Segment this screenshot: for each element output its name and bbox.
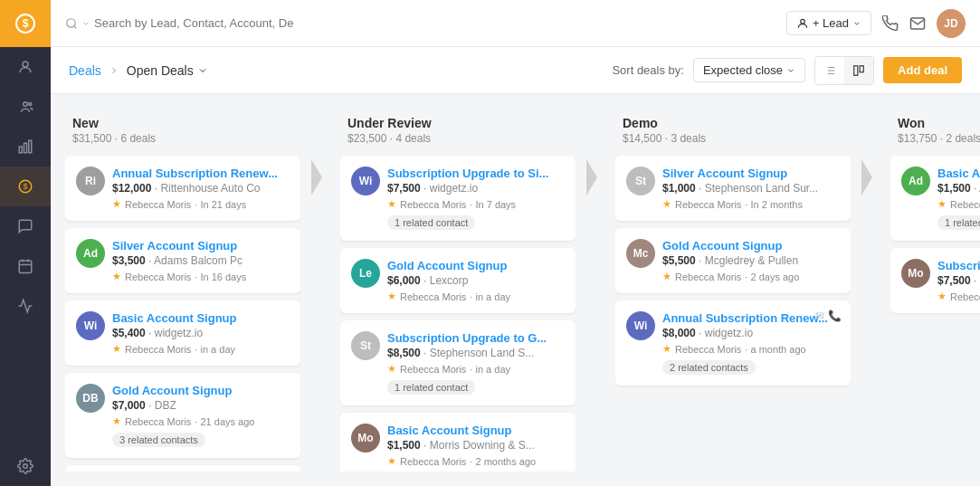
deal-avatar: Ad: [901, 167, 930, 195]
deal-card[interactable]: Mo Basic Account Signup $1,500 · Morris …: [340, 413, 576, 472]
deal-company: · Stephenson Land S...: [423, 347, 534, 359]
owner-name: Rebecca Moris: [675, 272, 741, 282]
deal-company: · Adams Balcom Pc: [148, 254, 243, 267]
search-input[interactable]: [94, 16, 293, 30]
deal-title[interactable]: Subscription Upgrade to Si...: [387, 167, 565, 180]
breadcrumb-current-text: Open Deals: [127, 63, 194, 78]
user-avatar[interactable]: JD: [937, 9, 966, 38]
sidebar-item-leads[interactable]: [0, 87, 51, 127]
deal-card[interactable]: Ri Annual Subscription Renew... $12,000 …: [65, 156, 300, 221]
view-toggle: [814, 56, 874, 85]
deal-card[interactable]: Wi Annual Subscription Renew... $8,000 ·…: [615, 300, 851, 386]
deal-card[interactable]: St Subscription Upgrade to G... $8,500 ·…: [340, 320, 576, 405]
deal-company: · Morris Downing & She...: [974, 274, 980, 287]
deal-amount-line: $3,500 · Adams Balcom Pc: [112, 254, 290, 267]
deal-card[interactable]: Mo Subscription Upgrade to G... $7,500 ·…: [890, 248, 980, 313]
deal-title[interactable]: Basic Account Signup: [112, 311, 290, 325]
column-under-review: Under Review $23,500 · 4 deals Wi Subscr…: [340, 109, 576, 472]
deal-card[interactable]: DB Gold Account Signup $7,000 · DBZ ★ Re…: [65, 373, 300, 458]
deal-info: Basic Account Signup $1,500 · Adams Balc…: [937, 167, 980, 230]
deal-title[interactable]: Gold Account Signup: [112, 384, 290, 397]
sidebar-item-deals[interactable]: $: [0, 167, 51, 206]
column-new: New $31,500 · 6 deals Ri Annual Subscrip…: [65, 109, 300, 472]
deal-card[interactable]: Mc Gold Account Signup $5,500 · Mcgledre…: [615, 228, 851, 293]
deal-title[interactable]: Basic Account Signup: [937, 167, 980, 180]
deal-title[interactable]: Subscription Upgrade to G...: [387, 331, 565, 345]
deal-amount-line: $6,000 · Lexcorp: [387, 274, 565, 287]
deal-avatar: Wi: [76, 311, 105, 340]
cards-list-under-review: Wi Subscription Upgrade to Si... $7,500 …: [340, 156, 576, 472]
svg-rect-7: [29, 140, 32, 153]
deal-amount: $12,000: [112, 182, 151, 195]
column-won: Won $13,750 · 2 deals Ad Basic Account S…: [890, 109, 980, 472]
app-logo[interactable]: $: [0, 0, 51, 47]
sidebar-item-contacts[interactable]: [0, 47, 51, 87]
deal-owner: ★ Rebecca Moris · In 7 days: [387, 198, 565, 210]
deal-title[interactable]: Annual Subscription Renew...: [662, 311, 840, 325]
card-phone-icon[interactable]: 📞: [828, 310, 842, 322]
card-mail-icon[interactable]: ✉: [815, 310, 824, 322]
dropdown-arrow-icon: [852, 19, 861, 28]
kanban-board: New $31,500 · 6 deals Ri Annual Subscrip…: [51, 94, 980, 486]
deal-title[interactable]: Basic Account Signup: [387, 424, 565, 437]
deal-avatar: Ad: [76, 239, 105, 268]
sidebar-item-calendar[interactable]: [0, 246, 51, 286]
kanban-view-button[interactable]: [844, 57, 873, 84]
deal-amount-line: $12,000 · Rittenhouse Auto Co: [112, 182, 290, 195]
sidebar: $ $: [0, 0, 51, 486]
deal-title[interactable]: Gold Account Signup: [387, 259, 565, 272]
deal-avatar: Mo: [351, 424, 380, 453]
sidebar-item-analytics[interactable]: [0, 286, 51, 326]
deal-title[interactable]: Subscription Upgrade to G...: [937, 259, 980, 272]
deal-avatar: St: [626, 167, 655, 195]
sort-dropdown[interactable]: Expected close: [693, 58, 805, 82]
deal-card[interactable]: Ad Silver Account Signup $3,500 · Adams …: [65, 228, 300, 293]
phone-icon[interactable]: [882, 15, 899, 32]
deal-card-header: St Silver Account Signup $1,000 · Stephe…: [626, 167, 840, 210]
column-demo: Demo $14,500 · 3 deals St Silver Account…: [615, 109, 851, 472]
deal-card-header: Ad Basic Account Signup $1,500 · Adams B…: [901, 167, 980, 230]
deal-card[interactable]: Le Gold Account Signup $6,000 · Lexcorp …: [340, 248, 576, 313]
deal-card[interactable]: Co Annual Subscription Renew... $3,000 ·…: [65, 465, 300, 472]
breadcrumb-deals[interactable]: Deals: [69, 63, 101, 78]
deal-company: · Rittenhouse Auto Co: [155, 182, 261, 195]
svg-point-17: [801, 19, 805, 24]
sidebar-item-inbox[interactable]: [0, 206, 51, 246]
deal-amount: $7,000: [112, 399, 146, 412]
sidebar-item-settings[interactable]: [0, 446, 51, 486]
deal-amount-line: $7,000 · DBZ: [112, 399, 290, 412]
mail-icon[interactable]: [909, 15, 926, 32]
owner-star-icon: ★: [937, 291, 947, 302]
svg-point-14: [24, 464, 28, 469]
deal-owner: ★ Rebecca Moris · 2 days ago: [662, 271, 840, 282]
deal-title[interactable]: Silver Account Signup: [112, 239, 290, 253]
deal-card[interactable]: Wi Basic Account Signup $5,400 · widgetz…: [65, 300, 300, 366]
svg-point-3: [24, 102, 28, 107]
deal-amount-line: $1,500 · Adams Balcom Pc: [937, 182, 980, 195]
owner-name: Rebecca Moris: [400, 291, 466, 302]
deal-card[interactable]: Wi Subscription Upgrade to Si... $7,500 …: [340, 156, 576, 241]
deal-info: Annual Subscription Renew... $8,000 · wi…: [662, 311, 840, 375]
deal-title[interactable]: Silver Account Signup: [662, 167, 840, 180]
add-lead-button[interactable]: + Lead: [786, 11, 871, 35]
deal-amount: $3,500: [112, 254, 146, 267]
svg-point-15: [67, 18, 75, 26]
deal-title[interactable]: Annual Subscription Renew...: [112, 167, 290, 180]
cards-list-demo: St Silver Account Signup $1,000 · Stephe…: [615, 156, 851, 472]
list-view-button[interactable]: [815, 57, 844, 84]
search-dropdown-icon[interactable]: [81, 19, 90, 28]
deal-company: · Adams Balcom Pc: [974, 182, 980, 195]
deal-title[interactable]: Gold Account Signup: [662, 239, 840, 253]
deal-card[interactable]: Ad Basic Account Signup $1,500 · Adams B…: [890, 156, 980, 241]
deal-amount-line: $5,400 · widgetz.io: [112, 327, 290, 339]
search-area: [65, 16, 779, 30]
deal-info: Gold Account Signup $7,000 · DBZ ★ Rebec…: [112, 384, 290, 447]
sidebar-item-reports[interactable]: [0, 127, 51, 167]
deal-card[interactable]: St Silver Account Signup $1,000 · Stephe…: [615, 156, 851, 221]
deal-info: Annual Subscription Renew... $12,000 · R…: [112, 167, 290, 210]
deal-owner: ★ Rebecca Moris · 21 days ago: [112, 415, 290, 427]
column-title-under-review: Under Review: [347, 116, 568, 130]
add-deal-button[interactable]: Add deal: [883, 57, 962, 83]
breadcrumb-dropdown-icon[interactable]: [197, 65, 208, 76]
deal-owner: ★ Rebecca Moris · in a day: [387, 291, 565, 302]
